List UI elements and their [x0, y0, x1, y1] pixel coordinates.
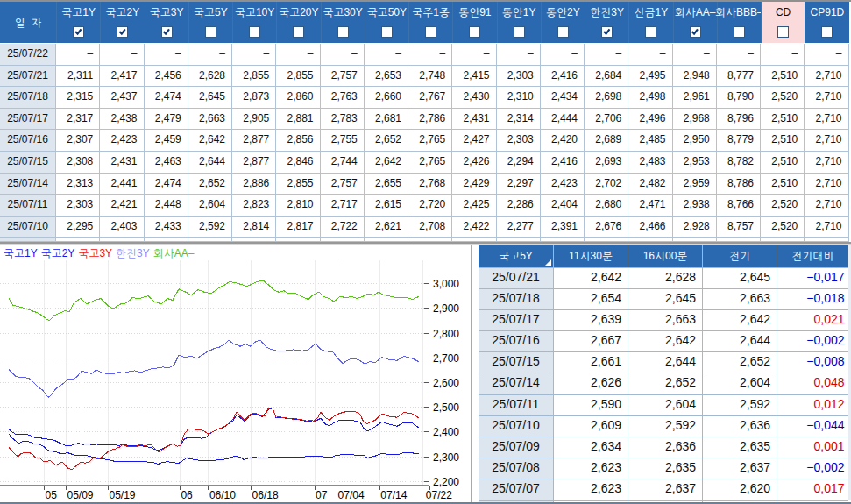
svg-text:2,300: 2,300: [433, 451, 459, 463]
svg-text:2,500: 2,500: [433, 401, 459, 414]
svg-text:2,400: 2,400: [433, 426, 459, 438]
svg-text:2,600: 2,600: [433, 376, 459, 388]
svg-text:2,800: 2,800: [433, 327, 459, 339]
svg-text:2,200: 2,200: [433, 475, 459, 487]
svg-text:2,900: 2,900: [433, 302, 459, 315]
svg-text:3,000: 3,000: [433, 278, 459, 290]
svg-text:2,700: 2,700: [433, 351, 459, 364]
